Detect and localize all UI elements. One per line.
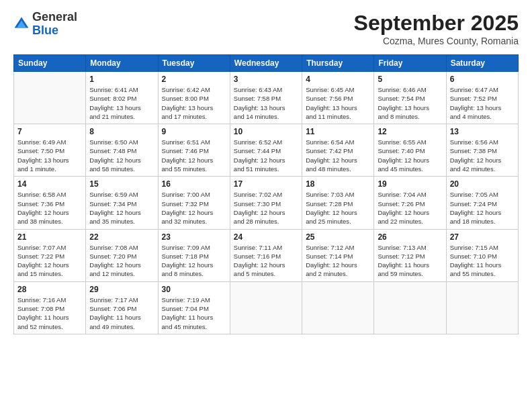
col-sunday: Sunday	[14, 55, 86, 72]
logo-general: General	[32, 10, 77, 24]
table-row: 26Sunrise: 7:13 AM Sunset: 7:12 PM Dayli…	[374, 229, 446, 281]
table-row: 13Sunrise: 6:56 AM Sunset: 7:38 PM Dayli…	[446, 124, 518, 177]
day-number: 5	[378, 75, 442, 84]
day-info: Sunrise: 7:13 AM Sunset: 7:12 PM Dayligh…	[378, 243, 442, 279]
day-info: Sunrise: 6:41 AM Sunset: 8:02 PM Dayligh…	[89, 85, 154, 121]
table-row: 28Sunrise: 7:16 AM Sunset: 7:08 PM Dayli…	[14, 281, 86, 334]
logo-blue: Blue	[32, 24, 58, 37]
day-number: 30	[162, 285, 226, 294]
calendar-week-5: 28Sunrise: 7:16 AM Sunset: 7:08 PM Dayli…	[14, 281, 519, 334]
day-number: 16	[162, 179, 226, 189]
day-number: 8	[89, 127, 154, 136]
day-number: 22	[89, 232, 154, 242]
day-number: 12	[378, 127, 442, 136]
logo-text: General Blue	[32, 11, 77, 38]
col-friday: Friday	[374, 55, 446, 72]
logo: General Blue	[13, 11, 77, 38]
table-row: 9Sunrise: 6:51 AM Sunset: 7:46 PM Daylig…	[158, 124, 230, 177]
day-info: Sunrise: 7:17 AM Sunset: 7:06 PM Dayligh…	[89, 295, 154, 331]
day-info: Sunrise: 7:04 AM Sunset: 7:26 PM Dayligh…	[378, 190, 442, 226]
day-info: Sunrise: 6:58 AM Sunset: 7:36 PM Dayligh…	[17, 190, 82, 226]
col-wednesday: Wednesday	[230, 55, 302, 72]
calendar: Sunday Monday Tuesday Wednesday Thursday…	[13, 54, 519, 334]
day-number: 11	[306, 127, 370, 136]
day-number: 23	[162, 232, 226, 242]
table-row	[374, 281, 446, 334]
col-monday: Monday	[86, 55, 158, 72]
day-info: Sunrise: 6:42 AM Sunset: 8:00 PM Dayligh…	[162, 85, 226, 121]
table-row	[446, 281, 518, 334]
table-row: 22Sunrise: 7:08 AM Sunset: 7:20 PM Dayli…	[86, 229, 158, 281]
day-number: 13	[450, 127, 515, 136]
calendar-week-4: 21Sunrise: 7:07 AM Sunset: 7:22 PM Dayli…	[14, 229, 519, 281]
table-row: 14Sunrise: 6:58 AM Sunset: 7:36 PM Dayli…	[14, 177, 86, 229]
day-number: 29	[89, 285, 154, 294]
day-info: Sunrise: 7:11 AM Sunset: 7:16 PM Dayligh…	[234, 243, 298, 279]
table-row: 11Sunrise: 6:54 AM Sunset: 7:42 PM Dayli…	[302, 124, 374, 177]
table-row: 30Sunrise: 7:19 AM Sunset: 7:04 PM Dayli…	[158, 281, 230, 334]
day-number: 21	[17, 232, 82, 242]
calendar-week-1: 1Sunrise: 6:41 AM Sunset: 8:02 PM Daylig…	[14, 72, 519, 124]
day-info: Sunrise: 7:02 AM Sunset: 7:30 PM Dayligh…	[234, 190, 298, 226]
day-info: Sunrise: 7:09 AM Sunset: 7:18 PM Dayligh…	[162, 243, 226, 279]
day-number: 19	[378, 179, 442, 189]
day-info: Sunrise: 7:15 AM Sunset: 7:10 PM Dayligh…	[450, 243, 515, 279]
day-info: Sunrise: 6:43 AM Sunset: 7:58 PM Dayligh…	[234, 85, 298, 121]
day-info: Sunrise: 6:54 AM Sunset: 7:42 PM Dayligh…	[306, 138, 370, 173]
header: General Blue September 2025 Cozma, Mures…	[13, 11, 519, 46]
month-title: September 2025	[354, 11, 519, 36]
table-row: 7Sunrise: 6:49 AM Sunset: 7:50 PM Daylig…	[14, 124, 86, 177]
location-subtitle: Cozma, Mures County, Romania	[354, 36, 519, 46]
day-number: 10	[234, 127, 298, 136]
day-info: Sunrise: 6:52 AM Sunset: 7:44 PM Dayligh…	[234, 138, 298, 173]
page: General Blue September 2025 Cozma, Mures…	[0, 0, 532, 411]
day-number: 2	[162, 75, 226, 84]
day-info: Sunrise: 6:45 AM Sunset: 7:56 PM Dayligh…	[306, 85, 370, 121]
table-row: 2Sunrise: 6:42 AM Sunset: 8:00 PM Daylig…	[158, 72, 230, 124]
day-number: 1	[89, 75, 154, 84]
table-row	[230, 281, 302, 334]
day-info: Sunrise: 7:08 AM Sunset: 7:20 PM Dayligh…	[89, 243, 154, 279]
day-info: Sunrise: 6:49 AM Sunset: 7:50 PM Dayligh…	[17, 138, 82, 173]
table-row: 3Sunrise: 6:43 AM Sunset: 7:58 PM Daylig…	[230, 72, 302, 124]
day-number: 15	[89, 179, 154, 189]
table-row	[302, 281, 374, 334]
calendar-header-row: Sunday Monday Tuesday Wednesday Thursday…	[14, 55, 519, 72]
day-info: Sunrise: 6:56 AM Sunset: 7:38 PM Dayligh…	[450, 138, 515, 173]
col-thursday: Thursday	[302, 55, 374, 72]
table-row: 1Sunrise: 6:41 AM Sunset: 8:02 PM Daylig…	[86, 72, 158, 124]
col-tuesday: Tuesday	[158, 55, 230, 72]
table-row: 6Sunrise: 6:47 AM Sunset: 7:52 PM Daylig…	[446, 72, 518, 124]
day-info: Sunrise: 7:16 AM Sunset: 7:08 PM Dayligh…	[17, 295, 82, 331]
day-info: Sunrise: 6:50 AM Sunset: 7:48 PM Dayligh…	[89, 138, 154, 173]
day-info: Sunrise: 7:12 AM Sunset: 7:14 PM Dayligh…	[306, 243, 370, 279]
day-info: Sunrise: 7:05 AM Sunset: 7:24 PM Dayligh…	[450, 190, 515, 226]
day-info: Sunrise: 7:07 AM Sunset: 7:22 PM Dayligh…	[17, 243, 82, 279]
table-row: 29Sunrise: 7:17 AM Sunset: 7:06 PM Dayli…	[86, 281, 158, 334]
day-info: Sunrise: 6:47 AM Sunset: 7:52 PM Dayligh…	[450, 85, 515, 121]
day-number: 4	[306, 75, 370, 84]
day-info: Sunrise: 6:46 AM Sunset: 7:54 PM Dayligh…	[378, 85, 442, 121]
day-number: 7	[17, 127, 82, 136]
table-row: 8Sunrise: 6:50 AM Sunset: 7:48 PM Daylig…	[86, 124, 158, 177]
day-number: 3	[234, 75, 298, 84]
table-row: 16Sunrise: 7:00 AM Sunset: 7:32 PM Dayli…	[158, 177, 230, 229]
table-row: 18Sunrise: 7:03 AM Sunset: 7:28 PM Dayli…	[302, 177, 374, 229]
col-saturday: Saturday	[446, 55, 518, 72]
table-row: 25Sunrise: 7:12 AM Sunset: 7:14 PM Dayli…	[302, 229, 374, 281]
day-info: Sunrise: 7:03 AM Sunset: 7:28 PM Dayligh…	[306, 190, 370, 226]
table-row: 27Sunrise: 7:15 AM Sunset: 7:10 PM Dayli…	[446, 229, 518, 281]
logo-icon	[13, 16, 30, 32]
table-row: 20Sunrise: 7:05 AM Sunset: 7:24 PM Dayli…	[446, 177, 518, 229]
table-row: 24Sunrise: 7:11 AM Sunset: 7:16 PM Dayli…	[230, 229, 302, 281]
day-number: 14	[17, 179, 82, 189]
table-row: 23Sunrise: 7:09 AM Sunset: 7:18 PM Dayli…	[158, 229, 230, 281]
title-area: September 2025 Cozma, Mures County, Roma…	[354, 11, 519, 46]
day-info: Sunrise: 6:51 AM Sunset: 7:46 PM Dayligh…	[162, 138, 226, 173]
table-row: 21Sunrise: 7:07 AM Sunset: 7:22 PM Dayli…	[14, 229, 86, 281]
table-row: 19Sunrise: 7:04 AM Sunset: 7:26 PM Dayli…	[374, 177, 446, 229]
day-info: Sunrise: 6:55 AM Sunset: 7:40 PM Dayligh…	[378, 138, 442, 173]
day-info: Sunrise: 7:00 AM Sunset: 7:32 PM Dayligh…	[162, 190, 226, 226]
calendar-week-2: 7Sunrise: 6:49 AM Sunset: 7:50 PM Daylig…	[14, 124, 519, 177]
table-row: 5Sunrise: 6:46 AM Sunset: 7:54 PM Daylig…	[374, 72, 446, 124]
